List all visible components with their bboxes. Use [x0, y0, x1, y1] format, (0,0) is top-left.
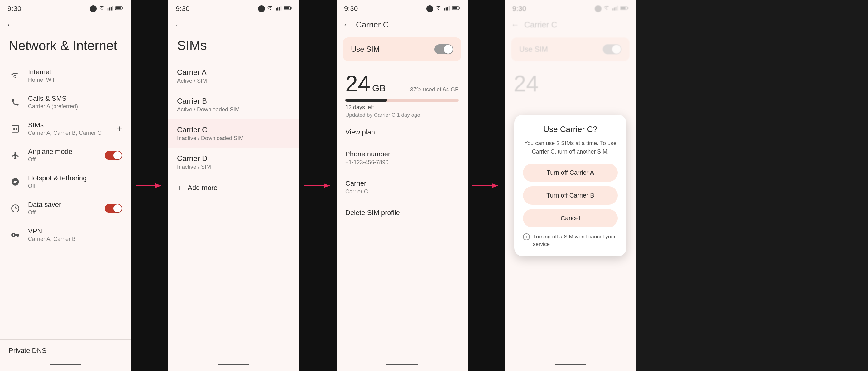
svg-rect-7: [12, 125, 19, 132]
menu-item-vpn-text: VPN Carrier A, Carrier B: [28, 227, 122, 242]
add-more-plus-icon: +: [177, 183, 182, 193]
svg-rect-2: [111, 7, 112, 10]
private-dns-row[interactable]: Private DNS: [0, 340, 131, 362]
sim-carrier-a[interactable]: Carrier A Active / SIM: [168, 62, 299, 90]
menu-item-hotspot-text: Hotspot & tethering Off: [28, 174, 122, 190]
menu-item-airplane-text: Airplane mode Off: [28, 148, 105, 163]
back-row-2: ←: [168, 16, 299, 32]
phone-menu-icon: [9, 96, 22, 109]
dialog-box: Use Carrier C? You can use 2 SIMs at a t…: [514, 115, 626, 257]
sim-carrier-d[interactable]: Carrier D Inactive / SIM: [168, 148, 299, 177]
sims-actions: +: [113, 123, 122, 135]
status-bar-1: 9:30: [0, 0, 131, 16]
svg-rect-28: [459, 7, 460, 8]
camera-icon: [90, 5, 97, 12]
add-more-btn[interactable]: + Add more: [168, 177, 299, 199]
battery-icon-2: [284, 6, 292, 11]
data-amount: 24: [345, 71, 370, 96]
svg-rect-8: [13, 127, 15, 130]
data-bar-bg: [345, 98, 459, 102]
svg-rect-23: [446, 7, 446, 10]
svg-rect-6: [123, 7, 123, 8]
svg-rect-16: [280, 6, 281, 10]
screen4: 9:30 ← Carrier C Use SIM: [505, 0, 636, 371]
menu-item-sims[interactable]: SIMs Carrier A, Carrier B, Carrier C +: [0, 115, 131, 142]
wifi-icon-3: [435, 6, 442, 12]
dialog-note: i Turning off a SIM won't cancel your se…: [523, 233, 618, 248]
status-bar-3: 9:30: [337, 0, 467, 16]
screen1: 9:30 ← Network & Internet Internet Home_…: [0, 0, 131, 371]
nav-line-2: [218, 364, 249, 365]
sim-carrier-b[interactable]: Carrier B Active / Downloaded SIM: [168, 90, 299, 119]
dialog-title: Use Carrier C?: [523, 124, 618, 134]
svg-rect-22: [444, 8, 445, 10]
dialog-description: You can use 2 SIMs at a time. To use Car…: [523, 139, 618, 156]
data-updated: Updated by Carrier C 1 day ago: [345, 112, 459, 118]
screen1-title: Network & Internet: [0, 32, 131, 62]
view-plan-item[interactable]: View plan: [337, 121, 467, 143]
use-sim-row[interactable]: Use SIM: [343, 37, 461, 61]
menu-item-internet-text: Internet Home_Wifi: [28, 68, 122, 83]
sep1: [131, 0, 168, 371]
signal-icon-1: [107, 6, 114, 12]
status-icons-1: [90, 5, 123, 12]
status-time-3: 9:30: [344, 5, 358, 13]
sep3: [467, 0, 505, 371]
svg-rect-14: [277, 7, 278, 10]
data-unit: GB: [372, 83, 385, 93]
datasaver-toggle[interactable]: [105, 204, 122, 213]
svg-rect-1: [109, 7, 110, 10]
menu-item-vpn[interactable]: VPN Carrier A, Carrier B: [0, 222, 131, 248]
svg-rect-5: [116, 7, 121, 9]
back-arrow-3[interactable]: ←: [343, 20, 351, 30]
svg-rect-9: [16, 127, 17, 130]
status-icons-3: [426, 5, 460, 12]
carrier-item: Carrier Carrier C: [337, 173, 467, 202]
sep2: [299, 0, 337, 371]
add-sim-btn[interactable]: +: [117, 123, 122, 134]
menu-item-hotspot[interactable]: Hotspot & tethering Off: [0, 169, 131, 195]
sim-carrier-c[interactable]: Carrier C Inactive / Downloaded SIM: [168, 119, 299, 148]
info-icon: i: [523, 233, 530, 240]
menu-item-calls-text: Calls & SMS Carrier A (preferred): [28, 94, 122, 110]
use-sim-toggle[interactable]: [434, 44, 453, 54]
turn-off-carrier-a-btn[interactable]: Turn off Carrier A: [523, 164, 618, 182]
back-arrow-2[interactable]: ←: [175, 20, 183, 30]
data-bar-fill: [345, 98, 388, 102]
svg-rect-18: [284, 7, 289, 9]
phone-number-item: Phone number +1-123-456-7890: [337, 143, 467, 173]
svg-rect-19: [291, 7, 292, 8]
back-row-1: ←: [0, 16, 131, 32]
camera-icon-2: [258, 5, 265, 12]
battery-icon-1: [115, 6, 123, 11]
hotspot-menu-icon: [9, 175, 22, 189]
battery-icon-3: [452, 6, 460, 11]
cancel-btn[interactable]: Cancel: [523, 209, 618, 227]
sim-menu-icon: [9, 122, 22, 136]
svg-rect-24: [447, 7, 448, 10]
datasaver-menu-icon: [9, 202, 22, 215]
back-arrow-1[interactable]: ←: [6, 20, 14, 30]
status-bar-2: 9:30: [168, 0, 299, 16]
turn-off-carrier-b-btn[interactable]: Turn off Carrier B: [523, 186, 618, 205]
signal-icon-3: [444, 6, 450, 12]
menu-item-internet[interactable]: Internet Home_Wifi: [0, 62, 131, 89]
camera-icon-3: [426, 5, 433, 12]
menu-item-calls[interactable]: Calls & SMS Carrier A (preferred): [0, 89, 131, 115]
airplane-menu-icon: [9, 149, 22, 162]
menu-item-airplane[interactable]: Airplane mode Off: [0, 142, 131, 169]
delete-profile-item[interactable]: Delete SIM profile: [337, 202, 467, 224]
sims-divider: [113, 123, 114, 135]
menu-item-datasaver[interactable]: Data saver Off: [0, 195, 131, 222]
status-icons-2: [258, 5, 292, 12]
data-percent: 37% used of 64 GB: [410, 86, 459, 93]
screen2-title: SIMs: [168, 32, 299, 62]
svg-rect-13: [276, 8, 277, 10]
data-days: 12 days left: [345, 104, 459, 111]
menu-item-datasaver-text: Data saver Off: [28, 201, 105, 216]
svg-rect-25: [449, 6, 450, 10]
menu-item-sims-text: SIMs Carrier A, Carrier B, Carrier C: [28, 121, 113, 136]
airplane-toggle[interactable]: [105, 151, 122, 160]
screen3: 9:30 ← Carrier C Use SIM 24GB 37% use: [337, 0, 467, 371]
status-time-1: 9:30: [7, 5, 22, 13]
